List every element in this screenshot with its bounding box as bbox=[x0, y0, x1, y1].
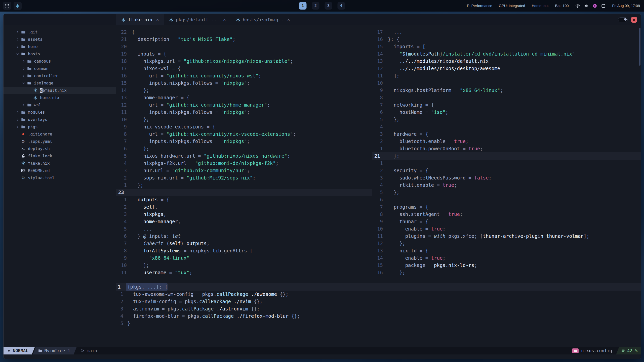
code-line[interactable]: 1 }; bbox=[116, 182, 372, 189]
tree-item-isoimage[interactable]: isoImage bbox=[4, 79, 116, 87]
code-line[interactable]: 10 enable = true; bbox=[372, 225, 641, 233]
tree-item-readme-md[interactable]: README.md bbox=[4, 167, 116, 174]
tree-item-common[interactable]: common bbox=[4, 65, 116, 72]
code-line[interactable]: 1 tux-awesome-wm-config = pkgs.callPacka… bbox=[116, 291, 641, 298]
tree-item-home[interactable]: home bbox=[4, 43, 116, 50]
volume-icon[interactable] bbox=[584, 4, 589, 8]
code-line[interactable]: 3 sudo.wheelNeedsPassword = false; bbox=[372, 174, 641, 182]
code-line[interactable]: 10 }; bbox=[116, 116, 372, 123]
editor-pane-iso-default-nix[interactable]: 17 ...16}: {15 imports = [14 "${modulesP… bbox=[372, 25, 641, 280]
code-line[interactable]: 10 ]; bbox=[116, 262, 372, 269]
code-line[interactable]: 13 ../../modules/nixos/default.nix bbox=[372, 58, 641, 65]
code-line[interactable]: 8 url = "github:nix-community/nix-vscode… bbox=[116, 130, 372, 138]
code-line[interactable]: 5 ... bbox=[116, 225, 372, 233]
code-line[interactable]: 14 }; bbox=[116, 87, 372, 94]
code-line[interactable]: 3 astronvim = pkgs.callPackage ./astronv… bbox=[116, 305, 641, 312]
workspace-1-button[interactable]: 1 bbox=[299, 2, 307, 10]
code-line[interactable]: 4 firefox-mod-blur = pkgs.callPackage ./… bbox=[116, 312, 641, 320]
code-line[interactable]: 9 nix-vscode-extensions = { bbox=[116, 123, 372, 130]
code-line[interactable]: 9 thunar = { bbox=[372, 218, 641, 225]
code-line[interactable]: 15 inputs.nixpkgs.follows = "nixpkgs"; bbox=[116, 79, 372, 87]
chevron-down-icon[interactable] bbox=[15, 52, 21, 56]
code-line[interactable]: 5} bbox=[116, 320, 641, 327]
code-line[interactable]: 11 plugins = with pkgs.xfce; [thunar-arc… bbox=[372, 233, 641, 240]
code-line[interactable]: 16 url = "github:nix-community/nixos-wsl… bbox=[116, 72, 372, 79]
command-line[interactable] bbox=[4, 354, 641, 359]
code-line[interactable]: 15 package = pkgs.nix-ld-rs; bbox=[372, 262, 641, 269]
buffer-indicator[interactable]: NvimTree_1 bbox=[33, 347, 76, 354]
code-line[interactable]: 12 ../../modules/nixos/desktop/awesome bbox=[372, 65, 641, 72]
code-line[interactable]: 9 "x86_64-linux" bbox=[116, 254, 372, 262]
code-line[interactable]: 13 home-manager = { bbox=[116, 94, 372, 101]
tree-item-overlays[interactable]: overlays bbox=[4, 116, 116, 123]
chevron-right-icon[interactable] bbox=[15, 38, 21, 41]
tree-item-flake-nix[interactable]: flake.nix bbox=[4, 160, 116, 167]
code-line[interactable]: 1 bluetooth.powerOnBoot = true; bbox=[372, 145, 641, 152]
tree-item-controller[interactable]: controller bbox=[4, 72, 116, 79]
code-line[interactable]: 6 } @ inputs: let bbox=[116, 233, 372, 240]
code-line[interactable]: 11 inputs.nixpkgs.follows = "nixpkgs"; bbox=[116, 109, 372, 116]
wifi-icon[interactable] bbox=[575, 4, 580, 8]
code-line[interactable]: 21 description = "tux's NixOS Flake"; bbox=[116, 36, 372, 43]
tree-item-default-nix[interactable]: default.nix bbox=[4, 87, 116, 94]
chevron-right-icon[interactable] bbox=[21, 60, 27, 63]
layout-icon[interactable] bbox=[601, 4, 606, 8]
tree-item-deploy-sh[interactable]: deploy.sh bbox=[4, 145, 116, 152]
code-line[interactable]: 8 forAllSystems = nixpkgs.lib.genAttrs [ bbox=[116, 247, 372, 254]
code-line[interactable]: 22{ bbox=[116, 28, 372, 36]
project-indicator[interactable]: nixos-config bbox=[572, 348, 612, 353]
code-line[interactable]: 8 bbox=[372, 94, 641, 101]
workspace-2-button[interactable]: 2 bbox=[312, 2, 319, 10]
tab-close-icon[interactable]: × bbox=[223, 17, 226, 22]
code-line[interactable]: 17 nixos-wsl = { bbox=[116, 65, 372, 72]
tab-pkgs-default[interactable]: pkgs/default ...× bbox=[164, 14, 231, 25]
code-line[interactable]: 7 inherit (self) outputs; bbox=[116, 240, 372, 247]
code-line[interactable]: 16 }; bbox=[372, 269, 641, 276]
code-line[interactable]: 2 sops-nix.url = "github:Mic92/sops-nix"… bbox=[116, 174, 372, 182]
code-line[interactable]: 4 home-manager, bbox=[116, 218, 372, 225]
tree-item-sops-yaml[interactable]: ⚙.sops.yaml bbox=[4, 138, 116, 145]
code-line[interactable]: 14 enable = true; bbox=[372, 254, 641, 262]
code-line[interactable]: 6 }; bbox=[116, 145, 372, 152]
chevron-right-icon[interactable] bbox=[21, 103, 27, 107]
chevron-right-icon[interactable] bbox=[15, 45, 21, 49]
magenta-app-icon[interactable] bbox=[592, 4, 597, 8]
code-line[interactable]: 13 nix-ld = { bbox=[372, 247, 641, 254]
code-line[interactable]: 17 ... bbox=[372, 28, 641, 36]
code-line[interactable]: 18 nixpkgs.url = "github:nixos/nixpkgs/n… bbox=[116, 58, 372, 65]
code-line[interactable]: 4 rtkit.enable = true; bbox=[372, 182, 641, 189]
tree-item-stylua-toml[interactable]: ⚙stylua.toml bbox=[4, 174, 116, 182]
code-line[interactable]: 3 hardware = { bbox=[372, 130, 641, 138]
window-close-button[interactable]: × bbox=[631, 17, 637, 23]
tab-close-icon[interactable]: × bbox=[287, 17, 290, 22]
code-line[interactable]: 23 bbox=[116, 189, 372, 196]
chevron-right-icon[interactable] bbox=[15, 125, 21, 129]
code-line[interactable]: 2 security = { bbox=[372, 167, 641, 174]
tree-item-canopus[interactable]: canopus bbox=[4, 58, 116, 65]
tab-flake-nix[interactable]: flake.nix× bbox=[116, 14, 164, 25]
chevron-right-icon[interactable] bbox=[15, 111, 21, 114]
git-branch[interactable]: main bbox=[81, 348, 97, 353]
chevron-right-icon[interactable] bbox=[21, 74, 27, 78]
code-line[interactable]: 5 }; bbox=[372, 116, 641, 123]
apps-grid-button[interactable] bbox=[3, 2, 11, 10]
code-line[interactable]: 1{pkgs, ...}: { bbox=[116, 283, 641, 291]
code-line[interactable]: 21 }; bbox=[372, 152, 641, 160]
scrollbar[interactable] bbox=[639, 28, 640, 66]
code-line[interactable]: 11 username = "tux"; bbox=[116, 269, 372, 276]
tree-item-git[interactable]: .git bbox=[4, 28, 116, 36]
chevron-down-icon[interactable] bbox=[21, 81, 27, 85]
code-line[interactable]: 16}: { bbox=[372, 36, 641, 43]
code-line[interactable]: 20 bbox=[116, 43, 372, 50]
tab-hosts-isoimag[interactable]: hosts/isoImag..× bbox=[231, 14, 295, 25]
editor-pane-pkgs-default-nix[interactable]: 1{pkgs, ...}: {1 tux-awesome-wm-config =… bbox=[116, 280, 641, 347]
editor-pane-flake-nix[interactable]: 22{21 description = "tux's NixOS Flake";… bbox=[116, 25, 372, 280]
workspace-3-button[interactable]: 3 bbox=[325, 2, 332, 10]
code-line[interactable]: 11 ]; bbox=[372, 72, 641, 79]
code-line[interactable]: 4 nixpkgs-f2k.url = "github:moni-dz/nixp… bbox=[116, 160, 372, 167]
chevron-right-icon[interactable] bbox=[21, 67, 27, 70]
code-line[interactable]: 9 nixpkgs.hostPlatform = "x86_64-linux"; bbox=[372, 87, 641, 94]
code-line[interactable]: 7 inputs.nixpkgs.follows = "nixpkgs"; bbox=[116, 138, 372, 145]
titlebar-toggle[interactable] bbox=[618, 17, 628, 22]
code-line[interactable]: 7 programs = { bbox=[372, 203, 641, 211]
